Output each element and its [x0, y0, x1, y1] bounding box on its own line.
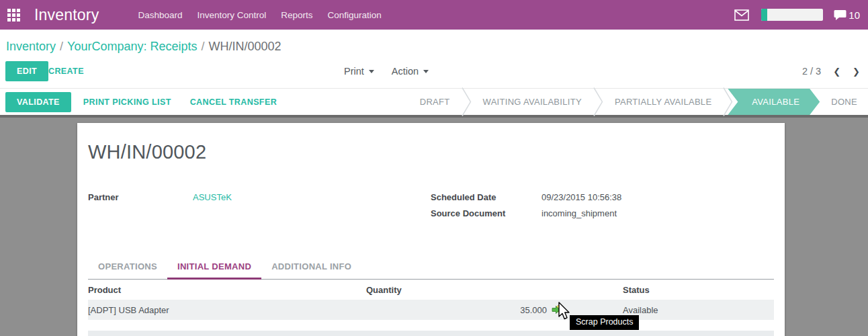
- notebook-tabs: OPERATIONS INITIAL DEMAND ADDITIONAL INF…: [88, 255, 774, 280]
- pager-next-icon[interactable]: ❯: [853, 67, 860, 77]
- navbar-right: 10: [734, 9, 860, 21]
- menu-dashboard[interactable]: Dashboard: [130, 0, 189, 30]
- apps-grid-icon[interactable]: [7, 9, 20, 22]
- state-partially-available[interactable]: PARTIALLY AVAILABLE: [603, 97, 723, 107]
- cp-dropdowns: Print Action: [344, 66, 429, 77]
- header-quantity[interactable]: Quantity: [366, 280, 623, 300]
- statusbar-states: DRAFT WAITING AVAILABILITY PARTIALLY AVA…: [408, 89, 868, 115]
- app-title: Inventory: [34, 6, 99, 24]
- validate-button[interactable]: VALIDATE: [5, 92, 71, 112]
- scrap-products-button[interactable]: [552, 304, 564, 315]
- breadcrumb-row: Inventory/YourCompany: Receipts/WH/IN/00…: [0, 30, 868, 59]
- messages-count: 10: [849, 9, 860, 21]
- pager: 2 / 3 ❮ ❯: [802, 66, 860, 77]
- breadcrumb-separator: /: [198, 40, 209, 53]
- statusbar: VALIDATE PRINT PICKING LIST CANCEL TRANS…: [0, 88, 868, 118]
- table-row[interactable]: [ADPT] USB Adapter 35.000: [88, 300, 774, 320]
- state-waiting-availability[interactable]: WAITING AVAILABILITY: [472, 97, 593, 107]
- scrap-products-tooltip: Scrap Products: [570, 315, 639, 330]
- chat-bubble-icon: [834, 9, 847, 21]
- tab-initial-demand[interactable]: INITIAL DEMAND: [167, 255, 261, 280]
- top-menu: Dashboard Inventory Control Reports Conf…: [130, 0, 388, 30]
- table-header-row: Product Quantity Status: [88, 280, 774, 300]
- source-document-label: Source Document: [431, 208, 541, 218]
- scheduled-date-field: Scheduled Date 09/23/2015 10:56:38: [431, 192, 774, 202]
- breadcrumb-current: WH/IN/00002: [209, 40, 281, 53]
- cell-product[interactable]: [ADPT] USB Adapter: [88, 300, 366, 320]
- partner-label: Partner: [88, 192, 193, 202]
- statusbar-buttons: VALIDATE PRINT PICKING LIST CANCEL TRANS…: [5, 92, 284, 112]
- field-column-right: Scheduled Date 09/23/2015 10:56:38 Sourc…: [431, 192, 774, 224]
- initial-demand-table: Product Quantity Status [ADPT] USB Adapt…: [88, 280, 774, 320]
- partner-field: Partner ASUSTeK: [88, 192, 431, 202]
- chevron-down-icon: [423, 70, 429, 73]
- control-panel: EDIT CREATE Print Action 2 / 3 ❮ ❯: [0, 59, 868, 87]
- tab-additional-info[interactable]: ADDITIONAL INFO: [261, 255, 361, 279]
- state-separator-icon: [593, 89, 603, 115]
- scheduled-date-value: 09/23/2015 10:56:38: [541, 192, 621, 202]
- top-navbar: Inventory Dashboard Inventory Control Re…: [0, 0, 868, 30]
- source-document-value: incoming_shipment: [541, 208, 617, 218]
- field-group: Partner ASUSTeK Scheduled Date 09/23/201…: [88, 192, 774, 224]
- breadcrumb-separator: /: [56, 40, 67, 53]
- planner-progress-bar[interactable]: [761, 9, 823, 21]
- breadcrumb-receipts[interactable]: YourCompany: Receipts: [67, 40, 197, 53]
- next-section-strip: [88, 331, 774, 336]
- main-canvas: WH/IN/00002 Partner ASUSTeK Scheduled Da…: [0, 118, 868, 336]
- menu-configuration[interactable]: Configuration: [320, 0, 389, 30]
- chevron-down-icon: [369, 70, 374, 73]
- chat-messages-button[interactable]: 10: [834, 9, 860, 21]
- breadcrumb: Inventory/YourCompany: Receipts/WH/IN/00…: [6, 40, 281, 54]
- header-product[interactable]: Product: [88, 280, 366, 300]
- pager-count: 2 / 3: [802, 66, 821, 77]
- planner-progress-fill: [761, 9, 767, 21]
- quantity-value: 35.000: [520, 305, 547, 315]
- print-picking-list-button[interactable]: PRINT PICKING LIST: [77, 92, 178, 112]
- form-sheet: WH/IN/00002 Partner ASUSTeK Scheduled Da…: [77, 123, 785, 336]
- tab-operations[interactable]: OPERATIONS: [88, 255, 167, 279]
- document-title: WH/IN/00002: [88, 141, 774, 163]
- state-available-active[interactable]: AVAILABLE: [728, 89, 820, 115]
- scrap-icon: [552, 304, 564, 315]
- state-separator-icon: [462, 89, 472, 115]
- menu-reports[interactable]: Reports: [273, 0, 320, 30]
- messages-envelope-icon[interactable]: [734, 9, 749, 21]
- odoo-inventory-screen: Inventory Dashboard Inventory Control Re…: [0, 0, 868, 336]
- state-done[interactable]: DONE: [820, 97, 860, 107]
- breadcrumb-inventory[interactable]: Inventory: [6, 40, 56, 53]
- scheduled-date-label: Scheduled Date: [431, 192, 541, 202]
- pager-previous-icon[interactable]: ❮: [833, 67, 840, 77]
- source-document-field: Source Document incoming_shipment: [431, 208, 774, 218]
- cancel-transfer-button[interactable]: CANCEL TRANSFER: [183, 92, 284, 112]
- state-draft[interactable]: DRAFT: [408, 97, 462, 107]
- partner-value-link[interactable]: ASUSTeK: [193, 192, 232, 202]
- create-button[interactable]: CREATE: [42, 61, 91, 81]
- action-dropdown[interactable]: Action: [392, 66, 429, 77]
- cell-status[interactable]: Available: [623, 300, 774, 320]
- menu-inventory-control[interactable]: Inventory Control: [189, 0, 273, 30]
- print-dropdown[interactable]: Print: [344, 66, 374, 77]
- field-column-left: Partner ASUSTeK: [88, 192, 431, 224]
- header-status[interactable]: Status: [623, 280, 774, 300]
